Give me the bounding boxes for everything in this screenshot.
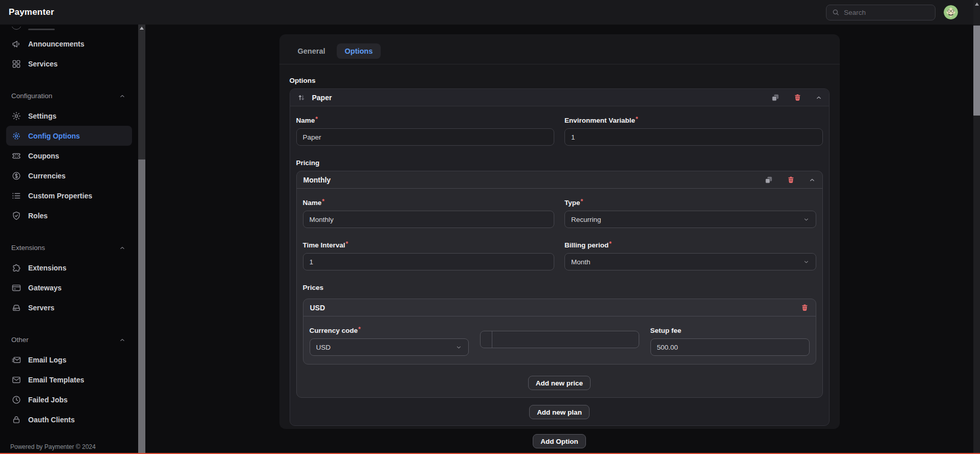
sidebar-item-coupons[interactable]: Coupons	[6, 146, 132, 166]
price-field	[480, 327, 639, 356]
environment-variable-input[interactable]	[571, 133, 816, 141]
name-field: Name*	[296, 117, 555, 146]
window-scrollbar[interactable]	[973, 0, 980, 454]
add-option-button[interactable]: Add Option	[533, 434, 585, 448]
sidebar-item-config-options[interactable]: Config Options	[6, 126, 132, 146]
sidebar-item-clipped[interactable]	[6, 27, 132, 34]
search-input[interactable]	[826, 5, 935, 20]
sidebar-item-label: Oauth Clients	[28, 416, 75, 424]
copy-icon[interactable]	[771, 93, 780, 102]
sidebar-item-label: Roles	[28, 212, 48, 220]
window-scrollbar-thumb[interactable]	[973, 26, 980, 116]
sidebar-item-gateways[interactable]: Gateways	[6, 278, 132, 298]
sidebar-item-label: Services	[28, 60, 58, 68]
sidebar-item-custom-properties[interactable]: Custom Properties	[6, 186, 132, 206]
sidebar-item-servers[interactable]: Servers	[6, 298, 132, 317]
sidebar-item-extensions[interactable]: Extensions	[6, 258, 132, 278]
plan-name-input[interactable]	[310, 216, 548, 223]
server-icon	[11, 303, 21, 313]
sidebar-section-other[interactable]: Other	[0, 330, 138, 350]
sidebar-item-services[interactable]: Services	[6, 54, 132, 74]
options-section-title: Options	[290, 77, 830, 84]
plan-card-header[interactable]: Monthly	[297, 171, 822, 189]
collapse-chevron-up-icon[interactable]	[809, 176, 816, 184]
scrollbar-up-arrow-icon[interactable]	[140, 27, 144, 30]
sidebar-item-label: Config Options	[28, 132, 80, 140]
price-input[interactable]	[497, 336, 633, 344]
megaphone-icon	[11, 39, 21, 49]
tab-bar: General Options	[279, 39, 840, 64]
gear-icon	[11, 111, 21, 121]
setup-fee-input[interactable]	[657, 344, 803, 351]
add-new-price-button[interactable]: Add new price	[528, 376, 591, 390]
billing-period-label: Billing period*	[564, 241, 816, 249]
plan-card-monthly: Monthly Name*	[296, 171, 823, 398]
price-input-group[interactable]	[480, 331, 639, 348]
trash-icon[interactable]	[793, 93, 802, 102]
copy-icon[interactable]	[764, 175, 773, 185]
sidebar-item-label: Custom Properties	[28, 192, 92, 200]
dollar-circle-icon	[11, 171, 21, 181]
chevron-up-icon[interactable]	[119, 93, 126, 100]
ticket-icon	[11, 151, 21, 161]
pricing-section-title: Pricing	[296, 159, 823, 167]
sidebar-item-label: Failed Jobs	[28, 396, 68, 404]
search-icon	[832, 8, 840, 16]
sidebar-item-email-templates[interactable]: Email Templates	[6, 370, 132, 390]
sidebar-scrollbar-thumb[interactable]	[138, 160, 145, 453]
chevron-up-icon[interactable]	[119, 244, 126, 252]
option-card-header[interactable]: Paper	[290, 89, 829, 106]
credit-card-icon	[11, 283, 21, 293]
sidebar-item-roles[interactable]: Roles	[6, 206, 132, 225]
sidebar-item-settings[interactable]: Settings	[6, 106, 132, 126]
sort-arrows-icon[interactable]	[297, 93, 306, 102]
type-select[interactable]: Recurring	[564, 211, 816, 228]
trash-icon[interactable]	[800, 303, 809, 312]
sidebar: Announcements Services Configuration Set…	[0, 25, 138, 454]
time-interval-input[interactable]	[310, 258, 548, 266]
avatar[interactable]	[944, 5, 958, 19]
option-title: Paper	[312, 94, 332, 102]
tab-general[interactable]: General	[290, 43, 334, 59]
name-input[interactable]	[303, 133, 548, 141]
sidebar-item-label: Extensions	[28, 264, 67, 272]
billing-period-field: Billing period* Month	[564, 241, 816, 270]
trash-icon[interactable]	[787, 175, 795, 184]
sidebar-item-label: Email Templates	[28, 376, 84, 384]
sidebar-item-failed-jobs[interactable]: Failed Jobs	[6, 390, 132, 410]
sidebar-item-announcements[interactable]: Announcements	[6, 34, 132, 54]
lock-icon	[11, 415, 21, 425]
price-card-usd: USD Currency code*	[303, 299, 816, 365]
type-field: Type* Recurring	[564, 199, 816, 228]
collapse-chevron-up-icon[interactable]	[815, 94, 822, 101]
chevron-up-icon[interactable]	[119, 336, 126, 344]
sidebar-item-email-logs[interactable]: Email Logs	[6, 350, 132, 370]
name-label: Name*	[296, 117, 555, 124]
sidebar-item-label: Coupons	[28, 152, 59, 160]
chevron-down-icon	[455, 344, 462, 351]
add-new-plan-button[interactable]: Add new plan	[529, 405, 590, 419]
time-interval-label: Time Interval*	[303, 241, 555, 249]
price-card-header[interactable]: USD	[303, 299, 816, 316]
sidebar-item-currencies[interactable]: Currencies	[6, 166, 132, 186]
option-card-paper: Paper Name* Environment Variable*	[290, 88, 830, 426]
plan-title: Monthly	[303, 176, 331, 184]
app-logo[interactable]: Paymenter	[9, 7, 54, 17]
sidebar-section-extensions[interactable]: Extensions	[0, 238, 138, 258]
sidebar-scrollbar[interactable]	[138, 25, 145, 454]
cog-notched-icon	[11, 131, 21, 141]
tab-options[interactable]: Options	[337, 43, 381, 59]
scrollbar-up-arrow-icon[interactable]	[975, 3, 979, 6]
chevron-down-icon	[803, 259, 810, 265]
grid-squares-icon	[11, 59, 21, 69]
search-field[interactable]	[844, 9, 921, 16]
environment-variable-field: Environment Variable*	[564, 117, 823, 146]
currency-code-select[interactable]: USD	[310, 338, 469, 356]
list-icon	[11, 191, 21, 201]
mail-lines-icon	[11, 355, 21, 365]
sidebar-item-label: Gateways	[28, 284, 61, 292]
sidebar-item-oauth-clients[interactable]: Oauth Clients	[6, 410, 132, 429]
sidebar-section-configuration[interactable]: Configuration	[0, 86, 138, 106]
currency-code-field: Currency code* USD	[310, 327, 469, 356]
billing-period-select[interactable]: Month	[564, 253, 816, 270]
